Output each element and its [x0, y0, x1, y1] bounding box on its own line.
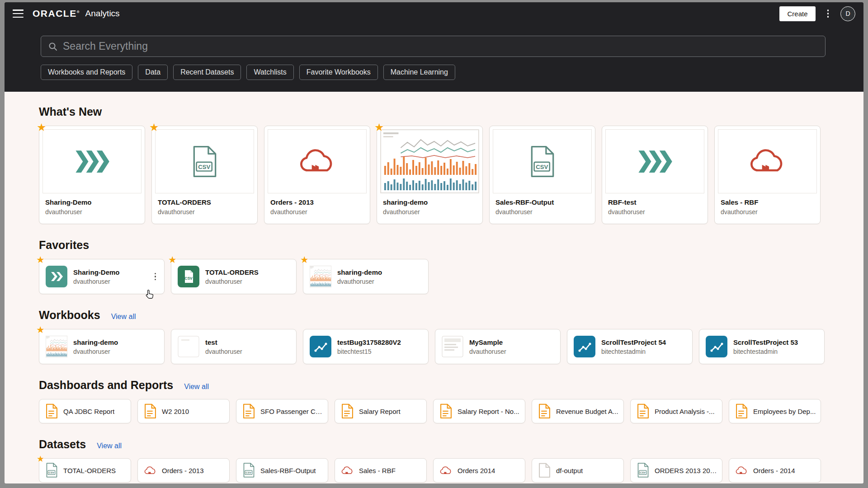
search-filter-chip[interactable]: Favorite Workbooks: [299, 65, 378, 80]
content-card[interactable]: Orders - 2014: [729, 458, 821, 483]
oracle-logo: ORACLE®: [33, 8, 80, 19]
content-card[interactable]: Sales - RBF: [335, 458, 427, 483]
search-filter-chip[interactable]: Watchlists: [246, 65, 293, 80]
card-title: Sales - RBF: [721, 198, 816, 206]
card-title: test: [205, 338, 291, 346]
create-button[interactable]: Create: [779, 6, 815, 21]
content-card[interactable]: Sales - RBF dvauthoruser: [714, 126, 821, 224]
card-title: Product Analysis -...: [655, 408, 715, 415]
card-thumbnail: CSV: [155, 129, 254, 193]
card-icon: CSV: [637, 463, 649, 478]
content-card[interactable]: test dvauthoruser: [171, 329, 297, 364]
content-card[interactable]: ScrollTestProject 53 bitechtestadmin: [699, 329, 825, 364]
view-all-link[interactable]: View all: [184, 383, 209, 391]
card-author: dvauthoruser: [205, 278, 291, 285]
svg-text:CSV: CSV: [184, 276, 193, 281]
content-card[interactable]: Salary Report - No...: [433, 399, 525, 423]
content-card[interactable]: Revenue Budget A...: [532, 399, 624, 423]
card-icon: [736, 466, 748, 475]
content-card[interactable]: RBF-test dvauthoruser: [602, 126, 708, 224]
content-card[interactable]: ★ sharing-demo dvauthoruser: [377, 126, 483, 224]
content-card[interactable]: Salary Report: [335, 399, 427, 423]
card-title: Orders - 2014: [753, 467, 795, 474]
section-title: What's New: [39, 105, 102, 118]
top-bar: ORACLE® Analytics Create D: [5, 2, 863, 25]
content-card[interactable]: CSV ORDERS 2013 2014: [630, 458, 722, 483]
card-icon: [243, 404, 255, 419]
content-card[interactable]: MySample dvauthoruser: [435, 329, 561, 364]
search-filter-chip[interactable]: Recent Datasets: [173, 65, 241, 80]
card-author: dvauthoruser: [495, 208, 533, 216]
card-title: ScrollTestProject 54: [601, 338, 687, 346]
content-card[interactable]: ★ CSV TOTAL-ORDERS dvauthoruser: [171, 259, 297, 294]
report-icon: [440, 404, 452, 419]
card-title: RBF-test: [608, 198, 703, 206]
content-card[interactable]: CSV Sales-RBF-Output dvauthoruser: [489, 126, 595, 224]
content-card[interactable]: Orders 2014: [433, 458, 525, 483]
content-card[interactable]: ★ sharing-demo dvauthoruser: [303, 259, 429, 294]
search-filter-chip[interactable]: Machine Learning: [383, 65, 455, 80]
top-bar-actions: Create D: [779, 6, 855, 21]
report-icon: [46, 404, 58, 419]
content-card[interactable]: ★ CSV TOTAL-ORDERS dvauthoruser: [151, 126, 258, 224]
content-card[interactable]: W2 2010: [137, 399, 230, 423]
content-card[interactable]: Orders - 2013: [137, 458, 230, 483]
content-card[interactable]: ★ sharing-demo dvauthoruser: [39, 329, 165, 364]
card-icon: [144, 404, 156, 419]
search-input[interactable]: [63, 40, 818, 52]
card-title: MySample: [469, 338, 555, 346]
cloud-app-icon: [440, 466, 452, 475]
search-filter-chip[interactable]: Data: [138, 65, 168, 80]
content-card[interactable]: ★ CSV TOTAL-ORDERS: [39, 458, 131, 483]
chip-label: Machine Learning: [391, 68, 448, 76]
content-card[interactable]: QA JDBC Report: [39, 399, 131, 423]
card-icon: [341, 466, 354, 475]
chevrons-icon: [637, 150, 673, 173]
view-all-link[interactable]: View all: [97, 442, 122, 450]
search-section: [41, 36, 826, 57]
content-card[interactable]: ScrollTestProject 54 bitechtestadmin: [567, 329, 693, 364]
card-author: bitechtestadmin: [733, 348, 819, 355]
content-card[interactable]: CSV Sales-RBF-Output: [236, 458, 328, 483]
svg-text:CSV: CSV: [49, 471, 55, 474]
content-card[interactable]: testBug31758280V2 bitechtest15: [303, 329, 429, 364]
card-icon: [736, 404, 748, 419]
svg-text:CSV: CSV: [640, 471, 646, 474]
csv-file-icon: CSV: [243, 463, 255, 478]
user-avatar[interactable]: D: [840, 6, 855, 21]
star-badge: ★: [36, 255, 45, 264]
content-card[interactable]: Orders - 2013 dvauthoruser: [264, 126, 370, 224]
csv-file-icon: CSV: [46, 463, 58, 478]
card-author: dvauthoruser: [469, 348, 555, 355]
content-card[interactable]: df-output: [532, 458, 624, 483]
content-card[interactable]: Product Analysis -...: [630, 399, 722, 423]
content-card[interactable]: SFO Passenger Co...: [236, 399, 328, 423]
star-badge: ★: [37, 122, 47, 133]
csv-file-icon: CSV: [529, 145, 556, 178]
card-title: Employees by Dep...: [753, 408, 816, 415]
chip-label: Watchlists: [254, 68, 286, 76]
blank-thumbnail-icon: [178, 336, 199, 357]
menu-icon[interactable]: [13, 9, 24, 18]
dashboards-cards: QA JDBC Report W2 2010 SFO Passenger Co.…: [39, 399, 827, 423]
svg-text:CSV: CSV: [198, 163, 210, 170]
card-icon: CSV: [46, 463, 58, 478]
content-card[interactable]: ★ Sharing-Demo dvauthoruser: [39, 126, 145, 224]
csv-file-icon: CSV: [192, 145, 218, 178]
search-filter-chip[interactable]: Workbooks and Reports: [41, 65, 132, 80]
content-card[interactable]: Employees by Dep...: [729, 399, 821, 423]
content-card[interactable]: ★ Sharing-Demo dvauthoruser: [39, 259, 165, 294]
card-icon: [538, 463, 551, 478]
workbooks-section: Workbooks View all ★ sharing-demo dvauth…: [39, 309, 827, 364]
card-icon: [310, 336, 331, 357]
card-thumbnail: [605, 129, 704, 193]
card-menu-icon[interactable]: [152, 270, 159, 283]
view-all-link[interactable]: View all: [111, 313, 136, 321]
overflow-menu-icon[interactable]: [826, 8, 831, 19]
card-icon: [144, 466, 156, 475]
card-title: SFO Passenger Co...: [260, 408, 323, 415]
card-author: dvauthoruser: [721, 208, 758, 216]
datasets-cards: ★ CSV TOTAL-ORDERS Orders - 2013 CSV Sal…: [39, 458, 827, 483]
chevrons-icon: [75, 150, 110, 173]
workbook-tile-icon: [310, 336, 331, 357]
